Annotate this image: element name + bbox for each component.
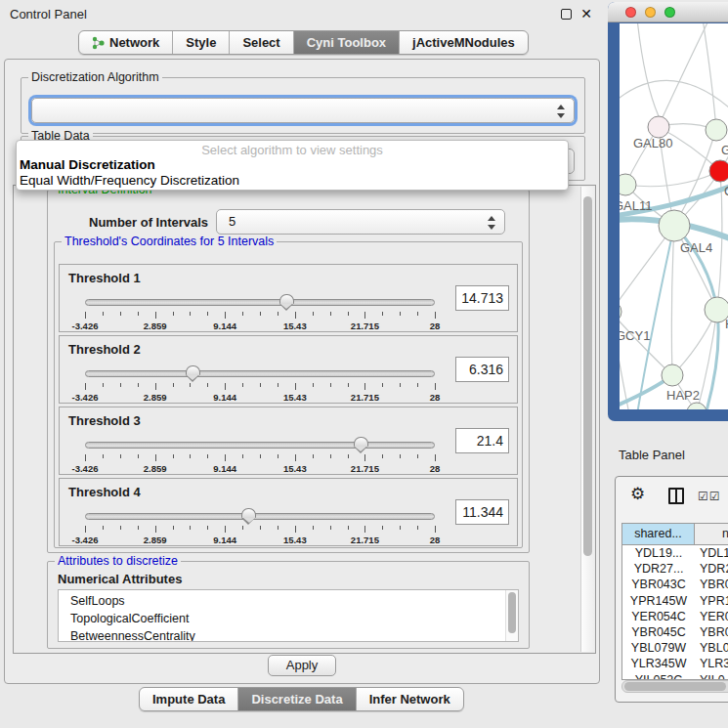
- network-edge[interactable]: [697, 310, 717, 409]
- attributes-list-scrollbar[interactable]: [505, 590, 518, 641]
- table-row[interactable]: YBR045CYBR0: [622, 624, 728, 640]
- slider-tick: [190, 526, 191, 530]
- main-scrollbar-thumb[interactable]: [583, 196, 592, 556]
- attribute-item-selfloops[interactable]: SelfLoops: [70, 592, 518, 610]
- cell-name[interactable]: YLR3: [695, 656, 728, 671]
- tab-impute-data[interactable]: Impute Data: [140, 688, 238, 710]
- network-canvas[interactable]: GAL80GCGAL11GAL4HGCY1HAP2: [620, 23, 728, 409]
- algorithm-select[interactable]: [31, 98, 575, 123]
- slider-tick: [207, 526, 208, 530]
- table-row[interactable]: YBL079WYBL0: [622, 640, 728, 656]
- network-edge[interactable]: [663, 23, 709, 117]
- attribute-item-topologicalcoefficient[interactable]: TopologicalCoefficient: [70, 610, 518, 627]
- network-edge[interactable]: [637, 23, 659, 116]
- cell-shared-name[interactable]: YBR045C: [622, 624, 695, 640]
- threshold-slider[interactable]: -3.4262.8599.14415.4321.71528: [85, 437, 435, 474]
- slider-tick: [278, 454, 278, 458]
- attribute-item-betweennesscentrality[interactable]: BetweennessCentrality: [70, 627, 518, 642]
- close-icon[interactable]: ✕: [580, 6, 592, 21]
- slider-track[interactable]: [85, 442, 435, 449]
- threshold-slider[interactable]: -3.4262.8599.14415.4321.71528: [85, 508, 435, 545]
- tab-select[interactable]: Select: [230, 31, 293, 54]
- cell-shared-name[interactable]: YIL052C: [622, 672, 695, 680]
- cell-shared-name[interactable]: YER054C: [622, 609, 695, 624]
- cell-shared-name[interactable]: YPR145W: [622, 593, 695, 609]
- table-row[interactable]: YLR345WYLR3: [622, 656, 728, 671]
- table-horizontal-scrollbar[interactable]: [621, 680, 728, 693]
- network-edge[interactable]: [671, 226, 674, 375]
- slider-tick: [120, 454, 121, 458]
- cell-name[interactable]: YDL1: [695, 545, 728, 561]
- checkboxes-icon[interactable]: ☑☑: [698, 490, 721, 503]
- table-row[interactable]: YER054CYER0: [622, 609, 728, 624]
- tab-cyni-toolbox[interactable]: Cyni Toolbox: [294, 31, 400, 54]
- slider-tick: [313, 312, 314, 316]
- threshold-value-field[interactable]: 11.344: [455, 499, 509, 525]
- gear-icon[interactable]: ⚙: [630, 484, 645, 503]
- mac-minimize-light-icon[interactable]: [645, 7, 656, 18]
- cell-name[interactable]: YDR2: [695, 561, 728, 577]
- cell-name[interactable]: YPR1: [695, 593, 728, 609]
- threshold-slider[interactable]: -3.4262.8599.14415.4321.71528: [85, 365, 435, 403]
- cell-shared-name[interactable]: YDR27...: [622, 561, 695, 577]
- mac-close-light-icon[interactable]: [625, 7, 636, 18]
- table-row[interactable]: YIL052CYIL0: [622, 672, 728, 680]
- slider-track[interactable]: [85, 370, 435, 377]
- network-edge[interactable]: [703, 23, 716, 130]
- column-header-shared-name[interactable]: shared...: [622, 524, 695, 544]
- slider-thumb[interactable]: [186, 365, 200, 375]
- columns-icon[interactable]: [668, 488, 684, 504]
- tab-discretize-data[interactable]: Discretize Data: [238, 688, 356, 710]
- slider-track[interactable]: [85, 513, 435, 520]
- table-row[interactable]: YDR27...YDR2: [622, 561, 728, 577]
- cell-name[interactable]: YIL0: [695, 672, 728, 680]
- network-node-c[interactable]: [709, 160, 728, 182]
- network-node-gal4[interactable]: [659, 210, 690, 241]
- cell-name[interactable]: YBR0: [695, 624, 728, 640]
- network-edge-highlighted[interactable]: [706, 310, 718, 409]
- threshold-value-field[interactable]: 21.4: [455, 428, 509, 453]
- table-row[interactable]: YPR145WYPR1: [622, 593, 728, 609]
- tab-network[interactable]: Network: [79, 31, 173, 54]
- numerical-attributes-list[interactable]: SelfLoopsTopologicalCoefficientBetweenne…: [58, 589, 519, 642]
- slider-tick-label: 28: [430, 321, 441, 331]
- slider-tick-label: 21.715: [351, 321, 379, 331]
- cell-shared-name[interactable]: YDL19...: [622, 545, 695, 561]
- cell-shared-name[interactable]: YBR043C: [622, 577, 695, 592]
- column-header-name[interactable]: n: [695, 524, 728, 544]
- network-node-gal80[interactable]: [648, 116, 669, 138]
- threshold-value-field[interactable]: 14.713: [455, 285, 509, 311]
- cell-name[interactable]: YBL0: [695, 640, 728, 656]
- dropdown-option-manual-discretization[interactable]: Manual Discretization: [17, 157, 568, 173]
- mac-zoom-light-icon[interactable]: [664, 7, 675, 18]
- threshold-value-field[interactable]: 6.316: [455, 357, 509, 382]
- table-hscrollbar-thumb[interactable]: [624, 682, 726, 691]
- tab-label: Style: [186, 35, 216, 50]
- apply-button[interactable]: Apply: [268, 655, 336, 676]
- tab-jactivemnodules[interactable]: jActiveMNodules: [400, 31, 528, 54]
- cell-shared-name[interactable]: YBL079W: [622, 640, 695, 656]
- slider-thumb[interactable]: [279, 294, 294, 304]
- tab-style[interactable]: Style: [173, 31, 230, 54]
- slider-track[interactable]: [85, 299, 435, 306]
- network-node-gal11[interactable]: [620, 174, 636, 195]
- tab-infer-network[interactable]: Infer Network: [357, 688, 463, 710]
- attributes-scrollbar-thumb[interactable]: [508, 592, 516, 633]
- cell-shared-name[interactable]: YLR345W: [622, 656, 695, 671]
- network-node-hap2[interactable]: [662, 364, 683, 386]
- cell-name[interactable]: YER0: [695, 609, 728, 624]
- number-of-intervals-select[interactable]: 5: [216, 209, 505, 235]
- slider-thumb[interactable]: [241, 508, 256, 518]
- table-row[interactable]: YDL19...YDL1: [622, 545, 728, 561]
- network-node-gcy1[interactable]: [620, 301, 621, 322]
- network-node[interactable]: [687, 403, 707, 409]
- float-window-icon[interactable]: [561, 9, 572, 20]
- threshold-slider[interactable]: -3.4262.8599.14415.4321.71528: [85, 294, 435, 331]
- network-node-g[interactable]: [706, 119, 727, 141]
- dropdown-option-equal-width-frequency-discretization[interactable]: Equal Width/Frequency Discretization: [17, 173, 568, 189]
- cell-name[interactable]: YBR0: [695, 577, 728, 592]
- slider-thumb[interactable]: [354, 437, 368, 447]
- main-vertical-scrollbar[interactable]: [580, 187, 594, 652]
- network-edge[interactable]: [625, 171, 720, 187]
- table-row[interactable]: YBR043CYBR0: [622, 577, 728, 592]
